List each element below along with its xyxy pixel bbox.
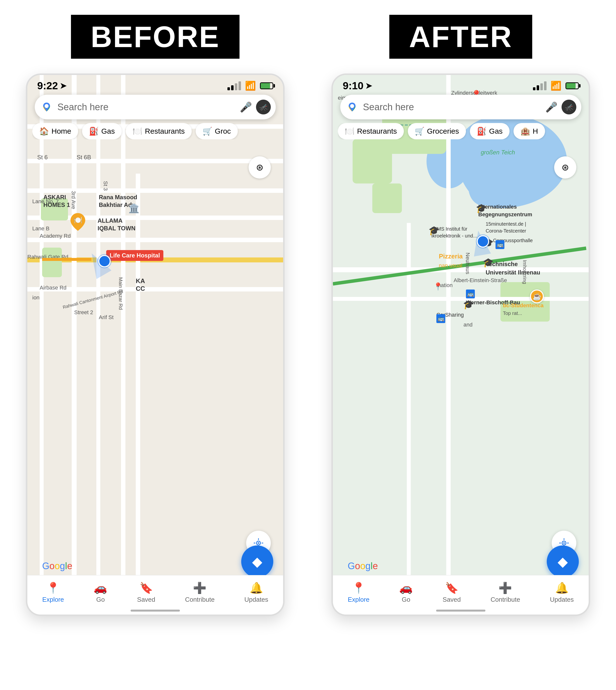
bus-icon-3: 🚌 [436, 314, 445, 323]
mic-icon-before[interactable]: 🎤 [240, 101, 252, 113]
chip-gas[interactable]: ⛽ Gas [82, 123, 122, 139]
road-label-st6: St 6 [37, 154, 48, 161]
battery-after [566, 82, 579, 89]
svg-point-6 [563, 542, 565, 544]
street-v3 [96, 75, 100, 614]
chips-row-after: 🍽️ Restaurants 🛒 Groceries ⛽ Gas 🏨 H [338, 123, 589, 139]
road-label-cantonment: Rahwali Cantonment Airport Rd [62, 289, 124, 310]
park-after-2 [353, 139, 392, 184]
after-label-einstein: Albert-Einstein-Straße [454, 277, 507, 284]
after-map-bg: Zylinderschleitwerk Feuerstein eimarer S… [333, 75, 589, 614]
after-label-imholtz: Imholtzring [522, 260, 528, 284]
direction-button-before[interactable]: ◆ [241, 545, 273, 578]
road-label-st3: St 3 [102, 181, 109, 191]
street-v5 [136, 174, 140, 614]
road-label-academyrd: Academy Rd [40, 233, 71, 239]
svg-point-8 [350, 104, 354, 108]
park-after-3 [372, 184, 402, 213]
chip-restaurants[interactable]: 🍽️ Restaurants [126, 123, 192, 139]
time-before: 9:22 ➤ [37, 80, 67, 92]
street-v4 [121, 75, 126, 614]
nav-explore-after[interactable]: 📍 Explore [348, 582, 369, 603]
direction-button-after[interactable]: ◆ [547, 545, 579, 578]
nav-explore-before[interactable]: 📍 Explore [42, 582, 64, 603]
search-bar-after[interactable]: Search here 🎤 🦟 [340, 95, 581, 119]
street-h2 [27, 159, 283, 163]
road-horiz-2 [333, 297, 589, 301]
nav-contribute-label-before: Contribute [185, 596, 215, 603]
nav-go-before[interactable]: 🚗 Go [94, 582, 107, 603]
street-h3 [27, 188, 283, 193]
poi-icon-tu: 🎓 [483, 257, 494, 268]
nav-updates-after[interactable]: 🔔 Updates [550, 582, 574, 603]
nav-contribute-label-after: Contribute [490, 596, 520, 603]
chips-row-before: 🏠 Home ⛽ Gas 🍽️ Restaurants 🛒 Groc [32, 123, 283, 139]
home-indicator-after [436, 610, 485, 611]
after-label-pizzeria: Pizzeria [439, 252, 463, 260]
wifi-before: 📶 [245, 81, 256, 91]
chip-groceries[interactable]: 🛒 Groc [196, 123, 238, 139]
bottom-nav-after: 📍 Explore 🚗 Go 🔖 Saved ➕ Contribute 🔔 [333, 575, 589, 614]
after-label-teich: großen Teich [481, 149, 515, 156]
institution-icon: 🏛️ [128, 203, 139, 213]
park-2 [42, 248, 62, 277]
status-bar-before: 9:22 ➤ 📶 [27, 75, 283, 94]
chip-groceries-after[interactable]: 🛒 Groceries [408, 123, 466, 139]
svg-text:🍽️: 🍽️ [74, 216, 82, 224]
nav-updates-icon-before: 🔔 [249, 582, 263, 594]
poi-icon-werner: 🎓 [463, 299, 474, 310]
nav-explore-label-before: Explore [42, 596, 64, 603]
nav-updates-label-after: Updates [550, 596, 574, 603]
after-label-tu: TechnischeUniversität Ilmenau [486, 260, 540, 276]
mic-icon-after[interactable]: 🎤 [545, 101, 557, 113]
home-indicator-before [131, 610, 180, 611]
status-bar-after: 9:10 ➤ 📶 [333, 75, 589, 94]
poi-icon-intl: 🎓 [476, 203, 487, 213]
road-label-airbase: Airbase Rd [40, 285, 67, 291]
nav-explore-label-after: Explore [348, 596, 369, 603]
chip-gas-after[interactable]: ⛽ Gas [470, 123, 510, 139]
nav-go-icon-before: 🚗 [94, 582, 107, 594]
status-icons-after: 📶 [533, 81, 579, 91]
chip-restaurants-after[interactable]: 🍽️ Restaurants [338, 123, 404, 139]
nav-go-label-before: Go [96, 596, 105, 603]
road-label-laneb: Lane B [32, 225, 49, 232]
layer-button-after[interactable]: ⊛ [554, 156, 576, 179]
after-phone: Zylinderschleitwerk Feuerstein eimarer S… [331, 74, 590, 616]
chip-home[interactable]: 🏠 Home [32, 123, 78, 139]
nav-updates-before[interactable]: 🔔 Updates [244, 582, 268, 603]
orange-road [42, 258, 91, 261]
search-bar-before[interactable]: Search here 🎤 🦟 [35, 95, 276, 119]
maps-logo-before [40, 100, 53, 114]
poi-icon-imms: 🎓 [428, 225, 440, 236]
avatar-before[interactable]: 🦟 [256, 100, 271, 114]
google-logo-after: Google [348, 561, 378, 571]
nav-saved-after[interactable]: 🔖 Saved [442, 582, 461, 603]
poi-icon-mation: 📍 [434, 282, 442, 291]
layer-button-before[interactable]: ⊛ [249, 156, 271, 179]
nav-contribute-icon-before: ➕ [193, 582, 206, 594]
chip-hotel-after[interactable]: 🏨 H [513, 123, 545, 139]
street-v2 [72, 75, 76, 614]
nav-saved-before[interactable]: 🔖 Saved [137, 582, 155, 603]
after-label-bcstudentenca: bc-StudentencaTop rat... [503, 302, 544, 317]
before-panel: BEFORE [12, 15, 298, 616]
hospital-marker: Life Care Hospital [106, 250, 163, 261]
nav-contribute-icon-after: ➕ [499, 582, 512, 594]
before-label: BEFORE [71, 15, 240, 59]
battery-before [260, 82, 273, 89]
comparison-container: BEFORE [12, 15, 604, 616]
maps-logo-after [345, 100, 359, 114]
bus-icon-1: 🚌 [496, 240, 504, 249]
after-label: AFTER [389, 15, 532, 59]
after-panel: AFTER [318, 15, 604, 616]
nav-contribute-before[interactable]: ➕ Contribute [185, 582, 215, 603]
status-icons-before: 📶 [227, 81, 273, 91]
nav-contribute-after[interactable]: ➕ Contribute [490, 582, 520, 603]
wifi-after: 📶 [550, 81, 562, 91]
nav-updates-label-before: Updates [244, 596, 268, 603]
nav-saved-icon-after: 🔖 [445, 582, 459, 594]
poi-ion: ion [32, 294, 39, 301]
avatar-after[interactable]: 🦟 [562, 100, 576, 114]
nav-go-after[interactable]: 🚗 Go [399, 582, 413, 603]
